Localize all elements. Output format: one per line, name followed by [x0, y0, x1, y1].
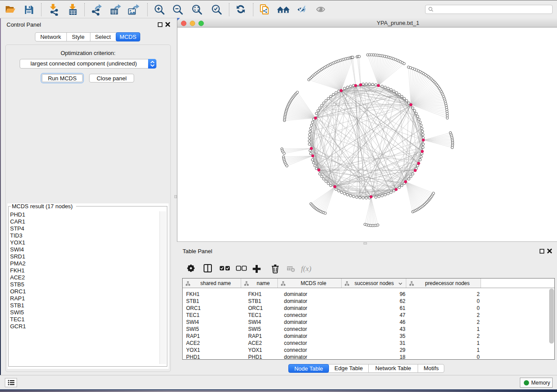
svg-text:f(x): f(x)	[301, 265, 311, 273]
